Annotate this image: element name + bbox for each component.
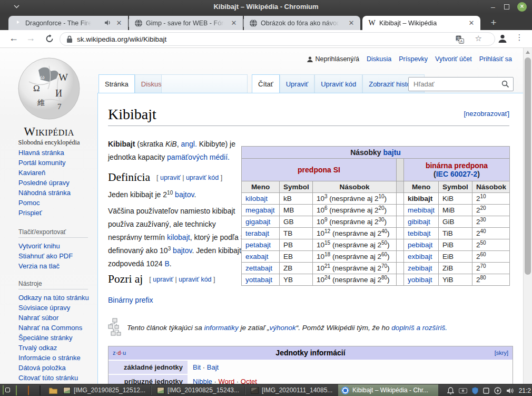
link[interactable]: terabajt (245, 229, 269, 237)
volume-icon[interactable] (506, 388, 514, 394)
close-button[interactable]: × (517, 2, 527, 12)
link[interactable]: upraviť (153, 276, 173, 283)
taskbar-task-img1[interactable]: [IMG_20190825_12512... (60, 384, 149, 396)
sidebar-link[interactable]: Citovať túto stránku (18, 373, 89, 383)
power-manager-icon[interactable] (494, 387, 501, 394)
scrollbar-up-arrow-icon[interactable] (526, 51, 530, 54)
link[interactable]: Word (218, 378, 234, 384)
tab-close-icon[interactable]: ✕ (467, 19, 476, 27)
link[interactable]: petabajt (245, 241, 271, 249)
browser-tab-kibibajt-active[interactable]: W Kibibajt – Wikipédia ✕ (362, 16, 480, 30)
see-also-link[interactable]: Binárny prefix (108, 294, 153, 307)
sidebar-link[interactable]: Kaviareň (18, 168, 71, 178)
link[interactable]: Bajt (207, 363, 219, 371)
link[interactable]: zettabajt (245, 264, 272, 272)
link[interactable]: gigabajt (245, 218, 270, 226)
sidebar-link[interactable]: Stiahnuť ako PDF (18, 251, 88, 261)
taskbar-task-img2[interactable]: [IMG_20190825_15243... (154, 384, 242, 396)
forward-button[interactable]: → (24, 33, 37, 44)
scrollbar-thumb[interactable] (525, 57, 531, 275)
browser-menu-icon[interactable]: ⋮ (515, 33, 524, 42)
namespace-tab[interactable]: Stránka (98, 74, 135, 93)
translate-icon[interactable]: 文A (456, 35, 464, 44)
screenshot-tool-icon[interactable] (459, 388, 467, 394)
sidebar-link[interactable]: Náhodná stránka (18, 188, 71, 198)
link[interactable]: bajtu (383, 148, 400, 157)
link[interactable]: bajtov (173, 246, 192, 255)
sidebar-link[interactable]: Pomoc (18, 198, 71, 208)
sidebar-link[interactable]: Súvisiace úpravy (18, 303, 89, 313)
link[interactable]: pebibajt (408, 241, 432, 249)
search-icon[interactable] (501, 80, 509, 88)
sidebar-link[interactable]: Verzia na tlač (18, 261, 88, 271)
window-tray-icon[interactable] (483, 388, 489, 394)
browser-tab-dragonforce[interactable]: Dragonforce - The Fire S ✕ (8, 16, 128, 30)
sidebar-link[interactable]: Informácie o stránke (18, 353, 89, 363)
sidebar-link[interactable]: Dátová položka (18, 363, 89, 373)
sidebar-link[interactable]: Nahrať na Commons (18, 323, 89, 333)
bookmark-star-icon[interactable]: ☆ (475, 34, 482, 43)
show-desktop-button[interactable] (16, 386, 17, 395)
link[interactable]: angl. (181, 140, 197, 148)
link[interactable]: tebibajt (408, 229, 431, 237)
section-edit-links[interactable]: [ upraviť | upraviť kód ] (149, 276, 215, 283)
browser-tab-obrazok[interactable]: Obrázok do fóra ako návod ✕ (244, 16, 360, 30)
view-tab[interactable]: Upraviť kód (314, 74, 362, 93)
url-text[interactable]: sk.wikipedia.org/wiki/Kibibajt (77, 35, 166, 43)
link[interactable]: exabajt (245, 253, 269, 260)
view-tab[interactable]: Čítať (252, 74, 280, 93)
notifications-bell-icon[interactable] (447, 387, 454, 394)
sidebar-link[interactable]: Posledné úpravy (18, 178, 71, 188)
link[interactable]: upraviť kód (186, 174, 219, 181)
mint-menu-button[interactable] (3, 385, 4, 395)
launcher-orange-icon[interactable] (28, 386, 29, 395)
tab-close-icon[interactable]: ✕ (115, 19, 123, 27)
link[interactable]: informatiky (204, 324, 239, 332)
personal-link-prispevky[interactable]: Príspevky (399, 55, 428, 63)
browser-tab-gimp[interactable]: Gimp - save for WEB - Fórum ✕ (129, 16, 243, 30)
link[interactable]: Nibble (193, 378, 212, 384)
sidebar-link[interactable]: Vytvoriť knihu (18, 241, 88, 251)
new-tab-button[interactable]: + (487, 16, 500, 29)
tab-audio-icon[interactable] (104, 20, 111, 26)
sidebar-link[interactable]: Hlavná stránka (18, 148, 71, 158)
back-button[interactable]: ← (7, 33, 20, 44)
section-edit-links[interactable]: [ upraviť | upraviť kód ] (156, 174, 222, 181)
hide-banner-link[interactable]: [nezobrazovať] (464, 110, 509, 118)
lock-icon[interactable] (66, 35, 73, 43)
link[interactable]: mebibajt (408, 206, 435, 214)
view-tab[interactable]: Upraviť (280, 74, 314, 93)
search-box[interactable] (408, 77, 514, 91)
link[interactable]: megabajt (245, 206, 275, 214)
navbox-hide-link[interactable]: [skry] (495, 350, 508, 356)
taskbar-task-chromium-active[interactable]: Kibibajt – Wikipédia - Chr... (338, 384, 438, 396)
link[interactable]: upraviť (160, 174, 181, 181)
link[interactable]: Bit (193, 363, 201, 371)
link[interactable]: yobibajt (408, 276, 432, 284)
minimize-button[interactable]: – (488, 2, 498, 12)
sidebar-link[interactable]: Nahrať súbor (18, 313, 89, 323)
search-input[interactable] (412, 80, 499, 89)
sidebar-link[interactable]: Prispieť (18, 208, 71, 218)
tab-close-icon[interactable]: ✕ (347, 19, 356, 27)
personal-link-diskusia[interactable]: Diskusia (367, 55, 391, 63)
maximize-button[interactable] (501, 2, 512, 12)
omnibox[interactable]: sk.wikipedia.org/wiki/Kibibajt 文A ☆ (60, 32, 495, 46)
link[interactable]: výhonok (269, 324, 295, 332)
files-launcher-icon[interactable] (49, 387, 57, 394)
link[interactable]: gibibajt (408, 218, 430, 226)
link[interactable]: yottabajt (245, 276, 272, 284)
page-scrollbar[interactable] (523, 48, 532, 384)
reload-button[interactable] (43, 34, 56, 43)
link[interactable]: Octet (241, 378, 257, 384)
sidebar-link[interactable]: Portál komunity (18, 158, 71, 168)
shield-icon[interactable] (472, 387, 478, 394)
personal-link-prihlasit-sa[interactable]: Prihlásiť sa (479, 55, 512, 63)
link[interactable]: B (164, 259, 169, 268)
personal-link-vytvorit-ucet[interactable]: Vytvoriť účet (435, 55, 472, 63)
link[interactable]: bajtov (175, 190, 194, 199)
link[interactable]: kilobajt (245, 195, 268, 202)
clock[interactable]: 21:2 (519, 387, 531, 394)
tab-close-icon[interactable]: ✕ (230, 19, 238, 27)
link[interactable]: IEC 60027-2 (436, 170, 478, 178)
